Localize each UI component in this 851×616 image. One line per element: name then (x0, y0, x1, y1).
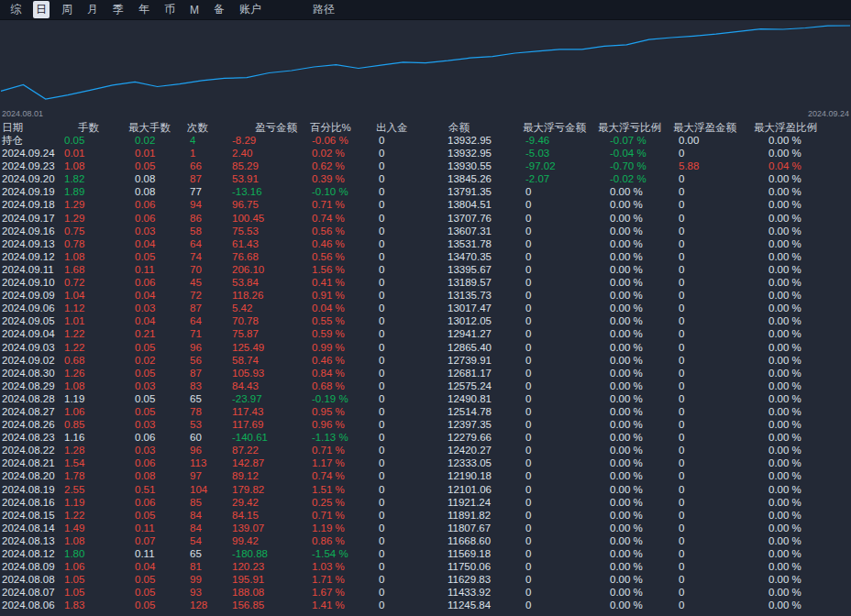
table-row[interactable]: 2024.08.061.830.05128156.851.41 %011245.… (0, 599, 851, 611)
value-cell: 0.00 % (610, 599, 679, 611)
value-cell: 0 (525, 392, 610, 405)
table-row[interactable]: 2024.09.091.040.0472118.260.91 %013135.7… (0, 289, 851, 302)
column-header-6[interactable]: 出入金 (376, 121, 408, 134)
table-row[interactable]: 持仓0.050.024-8.29-0.06 %013932.95-9.46-0.… (0, 134, 851, 147)
date-cell: 2024.08.14 (0, 522, 64, 534)
table-row[interactable]: 2024.08.071.050.0593188.081.67 %011433.9… (0, 586, 851, 599)
table-row[interactable]: 2024.08.081.050.0599195.911.71 %011629.8… (0, 573, 851, 586)
value-cell: 0.85 (64, 418, 135, 431)
date-cell: 2024.09.12 (0, 250, 64, 263)
table-row[interactable]: 2024.09.130.780.046461.430.46 %013531.78… (0, 237, 851, 250)
menu-item-9[interactable]: 账户 (237, 1, 264, 18)
table-row[interactable]: 2024.08.281.190.0565-23.97-0.19 %012490.… (0, 392, 851, 405)
table-row[interactable]: 2024.09.191.890.0877-13.16-0.10 %013791.… (0, 185, 851, 198)
value-cell: 13845.26 (448, 172, 525, 185)
table-row[interactable]: 2024.08.291.080.038384.430.68 %012575.24… (0, 380, 851, 392)
table-row[interactable]: 2024.08.201.780.089789.120.74 %012190.18… (0, 469, 851, 482)
column-header-1[interactable]: 手数 (78, 121, 99, 134)
value-cell: 0 (679, 212, 768, 225)
value-cell: 58 (190, 225, 232, 237)
value-cell: 96 (190, 341, 232, 354)
column-header-5[interactable]: 百分比% (310, 121, 351, 134)
table-row[interactable]: 2024.09.041.220.217175.870.59 %012941.27… (0, 327, 851, 340)
table-row[interactable]: 2024.08.301.260.0587105.930.84 %012681.1… (0, 367, 851, 380)
table-row[interactable]: 2024.09.121.080.057476.680.56 %013470.35… (0, 250, 851, 263)
table-row[interactable]: 2024.08.221.280.039687.220.71 %012420.27… (0, 444, 851, 456)
table-row[interactable]: 2024.09.111.680.1170206.101.56 %013395.6… (0, 263, 851, 276)
table-row[interactable]: 2024.08.211.540.06113142.871.17 %012333.… (0, 456, 851, 469)
value-cell: 0 (525, 599, 610, 611)
column-header-4[interactable]: 盈亏金额 (255, 121, 297, 134)
menu-item-2[interactable]: 周 (59, 1, 75, 18)
table-row[interactable]: 2024.09.160.750.035875.530.56 %013607.31… (0, 225, 851, 237)
value-cell: -0.07 % (610, 134, 679, 147)
table-row[interactable]: 2024.08.091.060.0481120.231.03 %011750.0… (0, 560, 851, 573)
value-cell: 1.49 (64, 522, 135, 534)
table-row[interactable]: 2024.08.271.060.0578117.430.95 %012514.7… (0, 405, 851, 418)
column-header-3[interactable]: 次数 (187, 121, 208, 134)
menu-item-6[interactable]: 币 (161, 1, 178, 18)
date-cell: 2024.09.03 (0, 341, 64, 354)
chart-x-axis: 2024.08.01 2024.09.24 (0, 109, 851, 121)
value-cell: 0.00 % (768, 496, 851, 509)
table-row[interactable]: 2024.09.201.820.088753.910.39 %013845.26… (0, 172, 851, 185)
table-row[interactable]: 2024.08.161.190.068529.420.25 %011921.24… (0, 496, 851, 509)
menu-item-5[interactable]: 年 (136, 1, 152, 18)
value-cell: 0 (679, 327, 768, 340)
date-cell: 2024.09.09 (0, 289, 64, 302)
menu-item-10[interactable]: 路径 (310, 1, 337, 18)
value-cell: 0.00 % (768, 198, 851, 211)
value-cell: 4 (190, 134, 232, 147)
column-header-8[interactable]: 最大浮亏金额 (523, 121, 586, 134)
menu-item-8[interactable]: 备 (211, 1, 227, 18)
table-row[interactable]: 2024.08.121.800.1165-180.88-1.54 %011569… (0, 547, 851, 560)
value-cell: 0.00 % (610, 483, 679, 496)
value-cell: 0.00 % (768, 418, 851, 431)
table-row[interactable]: 2024.08.192.550.51104179.821.51 %012101.… (0, 483, 851, 496)
table-row[interactable]: 2024.08.260.850.0353117.690.96 %012397.3… (0, 418, 851, 431)
table-row[interactable]: 2024.09.181.290.069496.750.71 %013804.51… (0, 198, 851, 211)
value-cell: 0.00 % (610, 469, 679, 482)
menu-item-7[interactable]: M (187, 3, 202, 17)
value-cell: 0 (679, 225, 768, 237)
value-cell: 0 (679, 367, 768, 380)
table-row[interactable]: 2024.09.031.220.0596125.490.99 %012865.4… (0, 341, 851, 354)
value-cell: 12420.27 (448, 444, 525, 456)
column-header-10[interactable]: 最大浮盈金额 (673, 121, 736, 134)
table-row[interactable]: 2024.08.141.490.1184139.071.19 %011807.6… (0, 522, 851, 534)
menu-item-1[interactable]: 日 (33, 1, 50, 18)
column-header-7[interactable]: 余额 (448, 121, 470, 134)
table-row[interactable]: 2024.08.231.160.0660-140.61-1.13 %012279… (0, 431, 851, 444)
value-cell: 0.21 (135, 327, 190, 340)
value-cell: 0.00 % (768, 341, 851, 354)
table-row[interactable]: 2024.09.171.290.0686100.450.74 %013707.7… (0, 212, 851, 225)
table-row[interactable]: 2024.08.151.220.058484.150.71 %011891.82… (0, 509, 851, 522)
value-cell: -1.54 % (312, 547, 379, 560)
value-cell: 65 (190, 392, 232, 405)
menu-item-4[interactable]: 季 (110, 1, 127, 18)
column-header-9[interactable]: 最大浮亏比例 (598, 121, 661, 134)
value-cell: 13017.47 (448, 302, 525, 314)
date-cell: 2024.09.13 (0, 237, 64, 250)
value-cell: 0.06 (135, 496, 190, 509)
table-row[interactable]: 2024.08.131.080.075499.420.86 %011668.60… (0, 534, 851, 547)
table-row[interactable]: 2024.09.061.120.03875.420.04 %013017.470… (0, 302, 851, 314)
table-row[interactable]: 2024.09.231.080.056685.290.62 %013930.55… (0, 160, 851, 172)
menu-item-3[interactable]: 月 (84, 1, 101, 18)
menu-item-0[interactable]: 综 (7, 1, 24, 18)
table-row[interactable]: 2024.09.051.010.046470.780.55 %013012.05… (0, 314, 851, 327)
table-row[interactable]: 2024.09.100.720.064553.840.41 %013189.57… (0, 276, 851, 289)
value-cell: 0 (379, 327, 448, 340)
column-header-2[interactable]: 最大手数 (128, 121, 171, 134)
value-cell: 12190.18 (448, 469, 525, 482)
table-row[interactable]: 2024.09.020.680.025658.740.46 %012739.91… (0, 354, 851, 367)
value-cell: 0 (679, 586, 768, 599)
column-header-0[interactable]: 日期 (2, 121, 23, 134)
value-cell: 11891.82 (448, 509, 525, 522)
table-row[interactable]: 2024.09.240.010.0112.400.02 %013932.95-5… (0, 147, 851, 160)
column-header-11[interactable]: 最大浮盈比例 (754, 121, 817, 134)
value-cell: 84.43 (232, 380, 312, 392)
value-cell: 0.62 % (312, 160, 379, 172)
value-cell: 0 (379, 509, 448, 522)
value-cell: 12333.05 (448, 456, 525, 469)
